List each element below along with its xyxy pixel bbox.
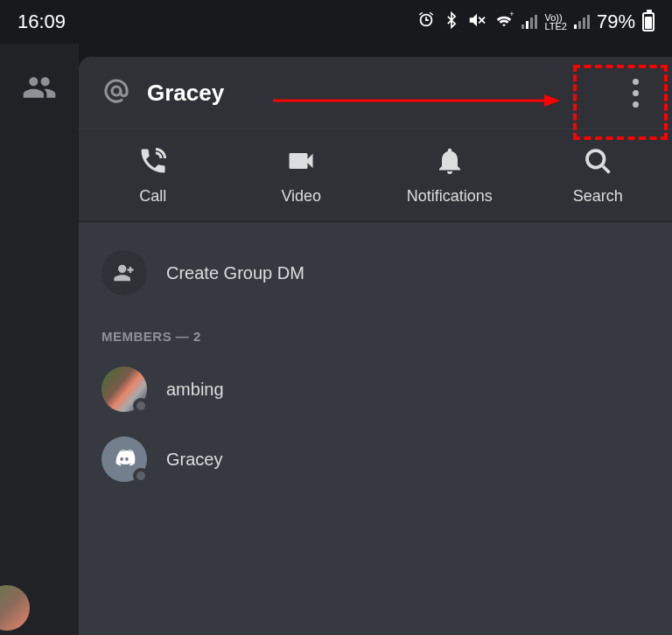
main-panel: Gracey Call Video Notifications Search <box>79 57 672 635</box>
svg-line-3 <box>603 166 610 173</box>
search-label: Search <box>573 187 623 206</box>
friends-icon[interactable] <box>22 70 57 108</box>
action-row: Call Video Notifications Search <box>79 129 672 222</box>
network-label: Vo)) LTE2 <box>544 13 566 31</box>
member-item-ambing[interactable]: ambing <box>102 354 649 424</box>
status-offline-icon <box>133 468 149 484</box>
create-group-label: Create Group DM <box>166 263 304 283</box>
mute-icon <box>467 10 486 34</box>
member-name: ambing <box>166 380 224 400</box>
section-body: Create Group DM MEMBERS — 2 ambing Grace… <box>79 222 672 635</box>
search-button[interactable]: Search <box>524 145 673 206</box>
avatar <box>102 366 147 412</box>
battery-icon <box>642 12 654 31</box>
annotation-arrow <box>273 92 562 109</box>
notifications-button[interactable]: Notifications <box>375 145 524 206</box>
signal-2-icon <box>574 15 590 29</box>
members-header: MEMBERS — 2 <box>102 317 649 354</box>
status-icons: + Vo)) LTE2 79% <box>416 10 654 34</box>
clock: 16:09 <box>18 10 66 33</box>
notifications-label: Notifications <box>407 187 493 206</box>
member-item-gracey[interactable]: Gracey <box>102 424 649 494</box>
alarm-icon <box>416 10 436 34</box>
call-button[interactable]: Call <box>79 145 228 206</box>
svg-text:+: + <box>510 10 514 18</box>
svg-marker-5 <box>544 94 560 107</box>
status-bar: 16:09 + Vo)) LTE2 79% <box>0 0 672 44</box>
signal-1-icon <box>522 15 537 29</box>
bluetooth-icon <box>443 10 460 34</box>
at-icon <box>102 76 131 109</box>
avatar <box>102 436 147 482</box>
sidebar-avatar[interactable] <box>0 585 30 631</box>
add-person-icon <box>102 250 147 296</box>
member-name: Gracey <box>166 450 222 470</box>
server-sidebar <box>0 44 79 635</box>
svg-point-2 <box>587 150 605 168</box>
video-label: Video <box>281 187 321 206</box>
battery-percent: 79% <box>597 10 635 33</box>
wifi-icon: + <box>494 10 514 34</box>
video-button[interactable]: Video <box>228 145 376 206</box>
call-label: Call <box>139 187 166 206</box>
create-group-dm-button[interactable]: Create Group DM <box>102 240 649 317</box>
page-title: Gracey <box>147 80 224 107</box>
more-options-button[interactable] <box>618 75 653 110</box>
discord-icon <box>111 446 137 472</box>
status-offline-icon <box>133 398 149 414</box>
